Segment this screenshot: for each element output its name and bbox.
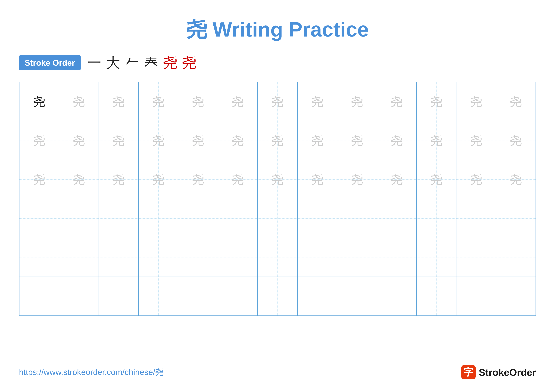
- stroke-3: 𠂉: [125, 55, 139, 71]
- stroke-4: 𡗗: [144, 55, 158, 71]
- grid-cell[interactable]: [139, 277, 178, 316]
- grid-cell[interactable]: 尧: [416, 82, 456, 121]
- grid-cell[interactable]: 尧: [258, 121, 297, 160]
- grid-cell[interactable]: 尧: [456, 82, 496, 121]
- grid-cell[interactable]: 尧: [258, 160, 297, 199]
- grid-cell[interactable]: [337, 199, 377, 238]
- grid-cell[interactable]: [297, 238, 337, 277]
- grid-cell[interactable]: [59, 277, 99, 316]
- stroke-2: 大: [106, 53, 120, 72]
- grid-cell[interactable]: [139, 199, 178, 238]
- grid-cell[interactable]: 尧: [416, 160, 456, 199]
- grid-cell[interactable]: 尧: [297, 82, 337, 121]
- grid-cell[interactable]: [218, 277, 258, 316]
- grid-cell[interactable]: 尧: [416, 121, 456, 160]
- grid-cell[interactable]: 尧: [99, 160, 139, 199]
- grid-cell[interactable]: [178, 277, 218, 316]
- grid-cell[interactable]: 尧: [59, 121, 99, 160]
- grid-cell[interactable]: [337, 277, 377, 316]
- grid-cell[interactable]: 尧: [99, 82, 139, 121]
- grid-cell[interactable]: 尧: [218, 82, 258, 121]
- grid-cell[interactable]: [178, 238, 218, 277]
- grid-cell[interactable]: 尧: [337, 82, 377, 121]
- grid-cell[interactable]: [59, 238, 99, 277]
- grid-cell[interactable]: [377, 277, 416, 316]
- grid-cell[interactable]: [496, 277, 536, 316]
- writing-grid: 尧尧尧尧尧尧尧尧尧尧尧尧尧尧尧尧尧尧尧尧尧尧尧尧尧尧尧尧尧尧尧尧尧尧尧尧尧尧尧: [19, 82, 536, 316]
- grid-cell[interactable]: 尧: [59, 82, 99, 121]
- grid-cell[interactable]: 尧: [19, 82, 59, 121]
- grid-cell[interactable]: 尧: [258, 82, 297, 121]
- grid-cell[interactable]: 尧: [139, 82, 178, 121]
- grid-cell[interactable]: [258, 199, 297, 238]
- grid-cell[interactable]: 尧: [139, 121, 178, 160]
- grid-cell[interactable]: 尧: [456, 121, 496, 160]
- footer-url: https://www.strokeorder.com/chinese/尧: [19, 367, 163, 378]
- grid-cell[interactable]: 尧: [377, 160, 416, 199]
- grid-cell[interactable]: 尧: [178, 160, 218, 199]
- grid-cell[interactable]: 尧: [377, 82, 416, 121]
- grid-cell[interactable]: 尧: [218, 121, 258, 160]
- grid-cell[interactable]: [456, 277, 496, 316]
- grid-cell[interactable]: [178, 199, 218, 238]
- grid-cell[interactable]: [416, 199, 456, 238]
- grid-cell[interactable]: [297, 199, 337, 238]
- footer-logo: 字 StrokeOrder: [461, 365, 536, 379]
- grid-cell[interactable]: 尧: [19, 160, 59, 199]
- grid-cell[interactable]: [19, 277, 59, 316]
- logo-icon: 字: [461, 365, 475, 379]
- grid-cell[interactable]: 尧: [99, 121, 139, 160]
- grid-cell[interactable]: [59, 199, 99, 238]
- grid-cell[interactable]: [297, 277, 337, 316]
- grid-cell[interactable]: 尧: [456, 160, 496, 199]
- grid-cell[interactable]: 尧: [178, 82, 218, 121]
- logo-name: StrokeOrder: [479, 367, 536, 378]
- grid-cell[interactable]: 尧: [297, 121, 337, 160]
- title-char: 尧: [186, 18, 207, 41]
- grid-cell[interactable]: 尧: [496, 160, 536, 199]
- grid-cell[interactable]: [19, 238, 59, 277]
- stroke-5: 尧: [163, 53, 177, 72]
- footer: https://www.strokeorder.com/chinese/尧 字 …: [19, 365, 536, 379]
- grid-cell[interactable]: 尧: [139, 160, 178, 199]
- grid-cell[interactable]: [496, 199, 536, 238]
- grid-cell[interactable]: 尧: [496, 121, 536, 160]
- stroke-order-badge: Stroke Order: [19, 55, 81, 70]
- title-text: Writing Practice: [207, 18, 369, 41]
- grid-cell[interactable]: 尧: [297, 160, 337, 199]
- stroke-1: 一: [87, 53, 101, 72]
- grid-cell[interactable]: [416, 277, 456, 316]
- grid-cell[interactable]: [258, 238, 297, 277]
- grid-cell[interactable]: [496, 238, 536, 277]
- grid-cell[interactable]: [456, 199, 496, 238]
- grid-cell[interactable]: [19, 199, 59, 238]
- grid-cell[interactable]: 尧: [218, 160, 258, 199]
- stroke-6: 尧: [182, 53, 196, 72]
- grid-cell[interactable]: 尧: [496, 82, 536, 121]
- grid-cell[interactable]: [99, 238, 139, 277]
- grid-cell[interactable]: [258, 277, 297, 316]
- grid-cell[interactable]: [456, 238, 496, 277]
- page: 尧 Writing Practice Stroke Order 一 大 𠂉 𡗗 …: [0, 0, 555, 392]
- grid-cell[interactable]: [99, 277, 139, 316]
- grid-cell[interactable]: 尧: [337, 160, 377, 199]
- grid-cell[interactable]: [99, 199, 139, 238]
- grid-cell[interactable]: 尧: [178, 121, 218, 160]
- grid-cell[interactable]: [218, 199, 258, 238]
- grid-cell[interactable]: [337, 238, 377, 277]
- grid-cell[interactable]: [139, 238, 178, 277]
- grid-cell[interactable]: [377, 199, 416, 238]
- grid-cell[interactable]: 尧: [337, 121, 377, 160]
- grid-cell[interactable]: [218, 238, 258, 277]
- stroke-sequence: 一 大 𠂉 𡗗 尧 尧: [87, 53, 196, 72]
- stroke-order-row: Stroke Order 一 大 𠂉 𡗗 尧 尧: [19, 53, 536, 72]
- grid-cell[interactable]: 尧: [59, 160, 99, 199]
- page-title: 尧 Writing Practice: [19, 16, 536, 44]
- grid-cell[interactable]: [416, 238, 456, 277]
- grid-cell[interactable]: 尧: [19, 121, 59, 160]
- grid-cell[interactable]: [377, 238, 416, 277]
- grid-cell[interactable]: 尧: [377, 121, 416, 160]
